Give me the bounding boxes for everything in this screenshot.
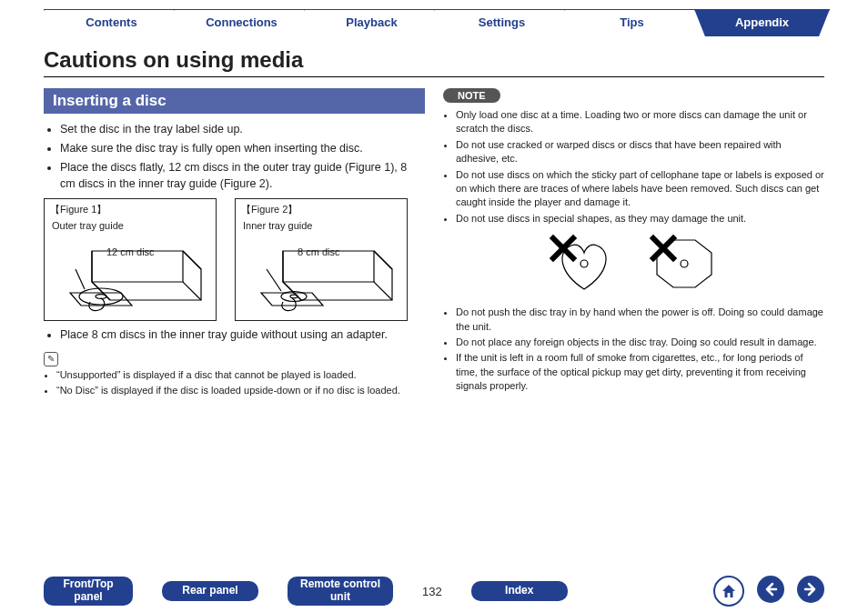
bullet: “No Disc” is displayed if the disc is lo… xyxy=(56,384,425,397)
right-column: NOTE Only load one disc at a time. Loadi… xyxy=(443,85,824,403)
octagon-disc-cross-icon xyxy=(648,233,721,296)
home-button[interactable] xyxy=(713,576,744,607)
figure-guide-label: Inner tray guide xyxy=(243,220,401,231)
figure-caption: 【Figure 2】 xyxy=(241,203,401,216)
footer-remote-control[interactable]: Remote control unit xyxy=(288,577,393,606)
home-icon xyxy=(721,583,737,599)
next-button[interactable] xyxy=(797,576,824,603)
info-bullets: “Unsupported” is displayed if a disc tha… xyxy=(44,368,425,398)
title-rule xyxy=(44,76,824,77)
footer-front-top-panel[interactable]: Front/Top panel xyxy=(44,577,133,606)
arrow-right-icon xyxy=(803,582,818,597)
bullet: Place 8 cm discs in the inner tray guide… xyxy=(60,326,425,343)
footer: Front/Top panel Rear panel Remote contro… xyxy=(44,576,824,607)
figure-1: 【Figure 1】 Outer tray guide 12 cm disc xyxy=(44,198,217,321)
arrow-left-icon xyxy=(763,582,778,597)
left-column: Inserting a disc Set the disc in the tra… xyxy=(44,85,425,403)
svg-point-4 xyxy=(580,260,588,267)
bullet: Set the disc in the tray label side up. xyxy=(60,121,425,137)
bullet: “Unsupported” is displayed if a disc tha… xyxy=(56,368,425,382)
bullet: Place the discs flatly, 12 cm discs in t… xyxy=(60,159,425,192)
bullet: Only load one disc at a time. Loading tw… xyxy=(456,108,824,136)
pencil-icon: ✎ xyxy=(44,352,58,366)
bullet: If the unit is left in a room full of sm… xyxy=(456,351,824,393)
figure-guide-label: Outer tray guide xyxy=(52,220,210,231)
bullet: Do not use discs on which the sticky par… xyxy=(456,168,824,210)
bullet: Do not use cracked or warped discs or di… xyxy=(456,138,824,166)
top-tabs: Contents Connections Playback Settings T… xyxy=(44,9,824,36)
player-illustration-icon xyxy=(48,242,208,316)
bullet: Do not push the disc tray in by hand whe… xyxy=(456,306,824,334)
note-bullets-b: Do not push the disc tray in by hand whe… xyxy=(443,306,824,393)
prev-button[interactable] xyxy=(757,576,784,603)
note-bullets-a: Only load one disc at a time. Loading tw… xyxy=(443,108,824,226)
tab-appendix[interactable]: Appendix xyxy=(694,9,830,36)
page-title: Cautions on using media xyxy=(44,47,824,73)
after-figure-bullets: Place 8 cm discs in the inner tray guide… xyxy=(44,326,425,343)
note-badge: NOTE xyxy=(443,88,500,103)
figure-2: 【Figure 2】 Inner tray guide 8 cm disc xyxy=(235,198,408,321)
bullet: Do not place any foreign objects in the … xyxy=(456,336,824,349)
svg-point-1 xyxy=(96,294,106,298)
tab-contents[interactable]: Contents xyxy=(44,9,179,36)
intro-bullets: Set the disc in the tray label side up. … xyxy=(44,121,425,193)
player-illustration-icon xyxy=(239,242,399,316)
tab-tips[interactable]: Tips xyxy=(564,9,700,36)
bullet: Do not use discs in special shapes, as t… xyxy=(456,212,824,226)
tab-settings[interactable]: Settings xyxy=(434,9,570,36)
svg-point-3 xyxy=(290,295,298,298)
bullet: Make sure the disc tray is fully open wh… xyxy=(60,140,425,156)
tab-playback[interactable]: Playback xyxy=(304,9,439,36)
svg-point-8 xyxy=(681,260,688,267)
shaped-discs-row xyxy=(443,233,824,296)
figure-caption: 【Figure 1】 xyxy=(50,203,210,216)
page-number: 132 xyxy=(422,585,442,598)
footer-index[interactable]: Index xyxy=(471,581,568,601)
tab-connections[interactable]: Connections xyxy=(174,9,309,36)
heart-disc-cross-icon xyxy=(548,233,621,296)
section-heading: Inserting a disc xyxy=(44,88,425,114)
footer-rear-panel[interactable]: Rear panel xyxy=(162,581,258,601)
